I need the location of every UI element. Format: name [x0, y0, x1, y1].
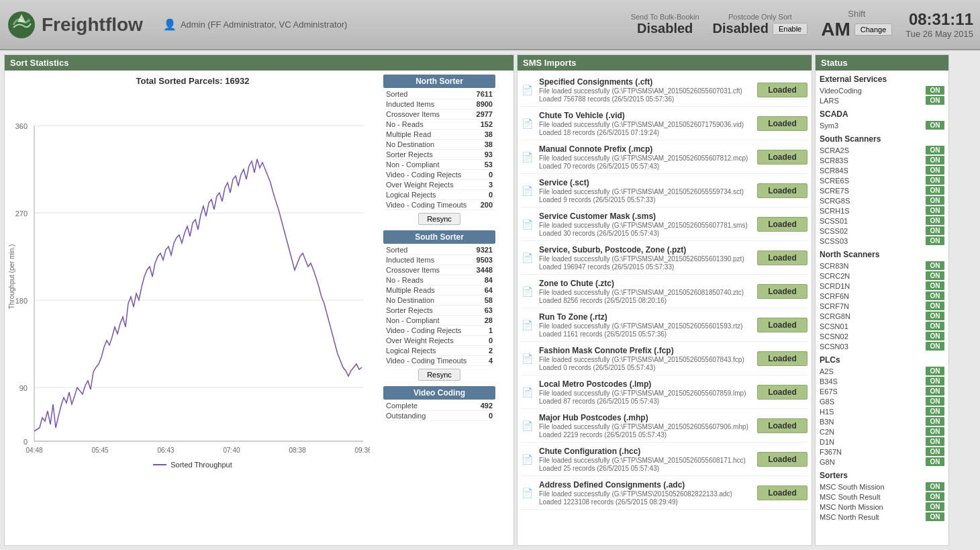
status-label: MSC North Mission — [820, 503, 883, 511]
sms-info: Specified Consignments (.cft) File loade… — [539, 77, 753, 103]
status-row: SCR83SON — [820, 155, 944, 165]
loaded-badge: Loaded — [757, 418, 807, 433]
loaded-badge: Loaded — [757, 385, 807, 400]
stat-row: Video - Coding Timeouts200 — [383, 200, 495, 210]
status-row: SCSS01ON — [820, 216, 944, 226]
loaded-badge: Loaded — [757, 217, 807, 232]
south-resync-button[interactable]: Resync — [418, 369, 460, 381]
status-label: MSC South Mission — [820, 483, 885, 491]
sms-file-icon: 📄 — [522, 85, 535, 95]
status-label: SCR83S — [820, 156, 848, 165]
status-section-title: PLCs — [820, 355, 944, 365]
stat-row: No - Reads84 — [383, 275, 495, 285]
sms-info: Service Customer Mask (.sms) File loaded… — [539, 212, 753, 237]
sms-info: Service (.sct) File loaded successfully … — [539, 178, 753, 203]
sms-item: 📄 Service Customer Mask (.sms) File load… — [520, 208, 809, 241]
sms-file-icon: 📄 — [522, 253, 535, 263]
status-label: SCRF7N — [820, 302, 849, 310]
status-badge: ON — [926, 261, 944, 270]
svg-text:Throughput (per min.): Throughput (per min.) — [8, 244, 15, 310]
chart-title: Total Sorted Parcels: 16932 — [7, 76, 378, 86]
sms-name: Manual Connote Prefix (.mcp) — [539, 144, 753, 154]
status-label: SCRC2N — [820, 272, 850, 280]
stat-value: 9321 — [477, 246, 493, 254]
sms-loaded-text: Loaded 8256 records (26/5/2015 08:20:16) — [539, 297, 753, 304]
north-sorter-title: North Sorter — [383, 75, 495, 88]
status-label: SCSS01 — [820, 217, 848, 225]
status-badge: ON — [926, 226, 944, 235]
sms-file-icon: 📄 — [522, 454, 535, 465]
enable-button[interactable]: Enable — [773, 23, 807, 35]
status-row: SCSN02ON — [820, 331, 944, 341]
sms-loaded-text: Loaded 756788 records (26/5/2015 05:57:3… — [539, 95, 753, 103]
status-content: External ServicesVideoCodingONLARSONSCAD… — [820, 75, 944, 522]
sms-file-icon: 📄 — [522, 219, 535, 230]
stat-row: Sorted9321 — [383, 245, 495, 255]
stat-value: 28 — [485, 316, 493, 324]
stat-value: 63 — [485, 306, 493, 314]
throughput-chart: 360 270 180 90 0 Throughput (per min.) — [7, 89, 370, 458]
status-badge: ON — [926, 512, 944, 521]
stat-value: 7611 — [477, 90, 493, 98]
status-label: SCRD1N — [820, 282, 850, 290]
shift-block: Shift AM Change — [821, 9, 892, 40]
loaded-badge: Loaded — [757, 183, 807, 198]
stat-label: Video - Coding Timeouts — [386, 357, 467, 365]
status-section-title: Sorters — [820, 471, 944, 480]
north-resync-button[interactable]: Resync — [418, 213, 460, 225]
send-to-bulk-label: Send To Bulk-Bookin — [631, 13, 699, 21]
stat-row: Logical Rejects2 — [383, 346, 495, 356]
status-row: D1NON — [820, 437, 944, 447]
north-sorter-rows: Sorted7611Inducted Items8900Crossover It… — [383, 89, 495, 210]
sms-name: Chute Configuration (.hcc) — [539, 447, 753, 456]
sms-info: Service, Suburb, Postcode, Zone (.pzt) F… — [539, 245, 753, 271]
change-button[interactable]: Change — [854, 24, 893, 36]
sms-info: Chute Configuration (.hcc) File loaded s… — [539, 447, 753, 472]
status-badge: ON — [926, 377, 944, 385]
status-badge: ON — [926, 96, 944, 105]
status-row: SCRC2NON — [820, 271, 944, 281]
status-badge: ON — [926, 121, 944, 130]
status-badge: ON — [926, 186, 944, 195]
sms-item: 📄 Service, Suburb, Postcode, Zone (.pzt)… — [520, 241, 809, 275]
stat-label: Inducted Items — [386, 100, 434, 108]
stat-label: No - Reads — [386, 276, 424, 284]
stat-label: Video - Coding Rejects — [386, 326, 461, 334]
stat-value: 58 — [485, 296, 493, 304]
stat-label: No - Reads — [386, 120, 424, 128]
status-section-title: SCADA — [820, 109, 944, 119]
loaded-badge: Loaded — [757, 284, 807, 299]
sms-name: Zone to Chute (.ztc) — [539, 279, 753, 288]
status-panel-title: Status — [816, 55, 948, 71]
sms-file-icon: 📄 — [522, 488, 535, 498]
status-row: MSC South MissionON — [820, 482, 944, 492]
logo-area: Freightflow — [7, 10, 143, 40]
stat-label: Multiple Reads — [386, 286, 435, 294]
status-row: MSC North MissionON — [820, 502, 944, 512]
legend-label: Sorted Throughput — [170, 461, 232, 469]
sms-file-icon: 📄 — [522, 185, 535, 196]
status-row: LARSON — [820, 95, 944, 105]
stat-label: Multiple Read — [386, 130, 431, 138]
status-badge: ON — [926, 291, 944, 300]
sms-list: 📄 Specified Consignments (.cft) File loa… — [518, 71, 812, 545]
sms-file-path: File loaded successfully (G:\FTP\SMS\AM_… — [539, 288, 753, 297]
status-section-title: North Scanners — [820, 250, 944, 259]
status-badge: ON — [926, 216, 944, 225]
stat-value: 1 — [489, 326, 493, 334]
status-label: SCSN02 — [820, 332, 848, 340]
svg-text:09:36: 09:36 — [354, 447, 370, 454]
postcode-sort-label: Postcode Only Sort — [713, 13, 808, 21]
status-badge: ON — [926, 236, 944, 245]
sms-item: 📄 Fashion Mask Connote Prefix (.fcp) Fil… — [520, 342, 809, 375]
stat-row: Sorted7611 — [383, 89, 495, 99]
status-panel: Status External ServicesVideoCodingONLAR… — [815, 54, 949, 546]
stat-row: Video - Coding Timeouts4 — [383, 356, 495, 366]
stat-label: Sorter Rejects — [386, 306, 433, 314]
sms-info: Fashion Mask Connote Prefix (.fcp) File … — [539, 346, 753, 371]
status-badge: ON — [926, 206, 944, 215]
status-badge: ON — [926, 387, 944, 396]
loaded-badge: Loaded — [757, 150, 807, 165]
status-row: B3NON — [820, 416, 944, 426]
status-badge: ON — [926, 312, 944, 320]
